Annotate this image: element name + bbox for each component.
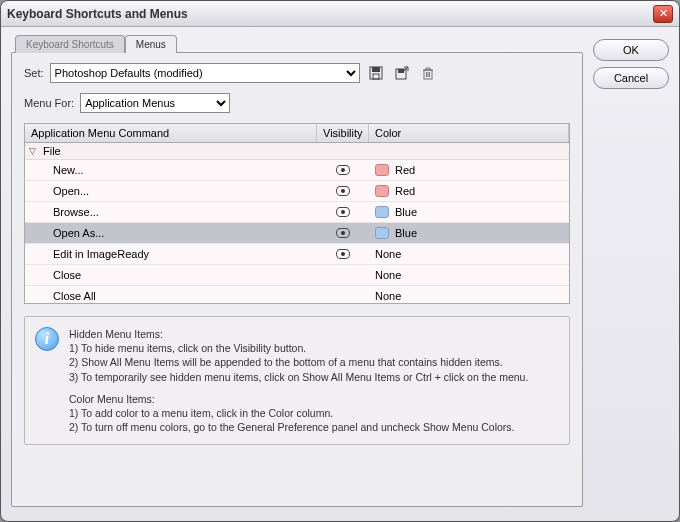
hidden-items-line: 1) To hide menu items, click on the Visi… [69, 341, 559, 355]
color-cell[interactable]: None [369, 290, 569, 302]
visibility-cell[interactable] [317, 207, 369, 217]
color-swatch-icon [375, 185, 389, 197]
color-items-line: 1) To add color to a menu item, click in… [69, 406, 559, 420]
command-cell: Browse... [25, 206, 317, 218]
svg-rect-2 [373, 74, 379, 79]
ok-button[interactable]: OK [593, 39, 669, 61]
tab-keyboard-shortcuts[interactable]: Keyboard Shortcuts [15, 35, 125, 53]
color-cell[interactable]: Blue [369, 227, 569, 239]
table-body[interactable]: ▽ File New...RedOpen...RedBrowse...BlueO… [25, 143, 569, 303]
color-label: None [375, 290, 401, 302]
tab-bar: Keyboard Shortcuts Menus [11, 35, 583, 53]
expander-icon[interactable]: ▽ [29, 146, 39, 156]
table-row[interactable]: CloseNone [25, 265, 569, 286]
table-row[interactable]: Browse...Blue [25, 202, 569, 223]
color-label: Blue [395, 206, 417, 218]
content-area: Keyboard Shortcuts Menus Set: Photoshop … [1, 27, 679, 521]
eye-icon[interactable] [336, 165, 350, 175]
color-cell[interactable]: Red [369, 185, 569, 197]
color-label: Red [395, 164, 415, 176]
eye-icon[interactable] [336, 249, 350, 259]
svg-rect-4 [398, 69, 404, 73]
hidden-items-title: Hidden Menu Items: [69, 327, 559, 341]
column-visibility[interactable]: Visibility [317, 124, 369, 142]
color-label: None [375, 269, 401, 281]
side-buttons: OK Cancel [593, 35, 669, 507]
command-cell: Open... [25, 185, 317, 197]
table-row[interactable]: New...Red [25, 160, 569, 181]
title-bar: Keyboard Shortcuts and Menus ✕ [1, 1, 679, 27]
window-title: Keyboard Shortcuts and Menus [7, 7, 653, 21]
command-cell: New... [25, 164, 317, 176]
menu-for-select[interactable]: Application Menus [80, 93, 230, 113]
info-box: i Hidden Menu Items: 1) To hide menu ite… [24, 316, 570, 445]
eye-icon[interactable] [336, 186, 350, 196]
visibility-cell[interactable] [317, 165, 369, 175]
main-panel: Keyboard Shortcuts Menus Set: Photoshop … [11, 35, 583, 507]
color-label: None [375, 248, 401, 260]
save-set-icon[interactable] [366, 63, 386, 83]
info-icon: i [35, 327, 59, 351]
command-cell: Open As... [25, 227, 317, 239]
table-header: Application Menu Command Visibility Colo… [25, 124, 569, 143]
eye-icon[interactable] [336, 228, 350, 238]
color-swatch-icon [375, 164, 389, 176]
color-items-title: Color Menu Items: [69, 392, 559, 406]
group-label: File [43, 145, 61, 157]
set-label: Set: [24, 67, 44, 79]
hidden-items-line: 3) To temporarily see hidden menu items,… [69, 370, 559, 384]
set-select[interactable]: Photoshop Defaults (modified) [50, 63, 360, 83]
group-row-file[interactable]: ▽ File [25, 143, 569, 160]
table-row[interactable]: Open As...Blue [25, 223, 569, 244]
svg-rect-1 [372, 67, 380, 72]
tab-menus[interactable]: Menus [125, 35, 177, 53]
color-cell[interactable]: Red [369, 164, 569, 176]
color-cell[interactable]: None [369, 269, 569, 281]
visibility-cell[interactable] [317, 228, 369, 238]
column-command[interactable]: Application Menu Command [25, 124, 317, 142]
visibility-cell[interactable] [317, 249, 369, 259]
save-set-as-icon[interactable] [392, 63, 412, 83]
color-cell[interactable]: None [369, 248, 569, 260]
cancel-button[interactable]: Cancel [593, 67, 669, 89]
menu-for-label: Menu For: [24, 97, 74, 109]
color-label: Blue [395, 227, 417, 239]
command-cell: Close All [25, 290, 317, 302]
table-row[interactable]: Open...Red [25, 181, 569, 202]
close-icon[interactable]: ✕ [653, 5, 673, 23]
color-swatch-icon [375, 206, 389, 218]
command-cell: Edit in ImageReady [25, 248, 317, 260]
hidden-items-line: 2) Show All Menu Items will be appended … [69, 355, 559, 369]
menus-panel: Set: Photoshop Defaults (modified) [11, 52, 583, 507]
command-cell: Close [25, 269, 317, 281]
eye-icon[interactable] [336, 207, 350, 217]
column-color[interactable]: Color [369, 124, 569, 142]
color-swatch-icon [375, 227, 389, 239]
menu-table: Application Menu Command Visibility Colo… [24, 123, 570, 304]
color-label: Red [395, 185, 415, 197]
menu-for-row: Menu For: Application Menus [24, 93, 570, 113]
delete-set-icon[interactable] [418, 63, 438, 83]
visibility-cell[interactable] [317, 186, 369, 196]
table-row[interactable]: Edit in ImageReadyNone [25, 244, 569, 265]
dialog-window: Keyboard Shortcuts and Menus ✕ Keyboard … [0, 0, 680, 522]
table-row[interactable]: Close AllNone [25, 286, 569, 303]
color-cell[interactable]: Blue [369, 206, 569, 218]
set-row: Set: Photoshop Defaults (modified) [24, 63, 570, 83]
color-items-line: 2) To turn off menu colors, go to the Ge… [69, 420, 559, 434]
